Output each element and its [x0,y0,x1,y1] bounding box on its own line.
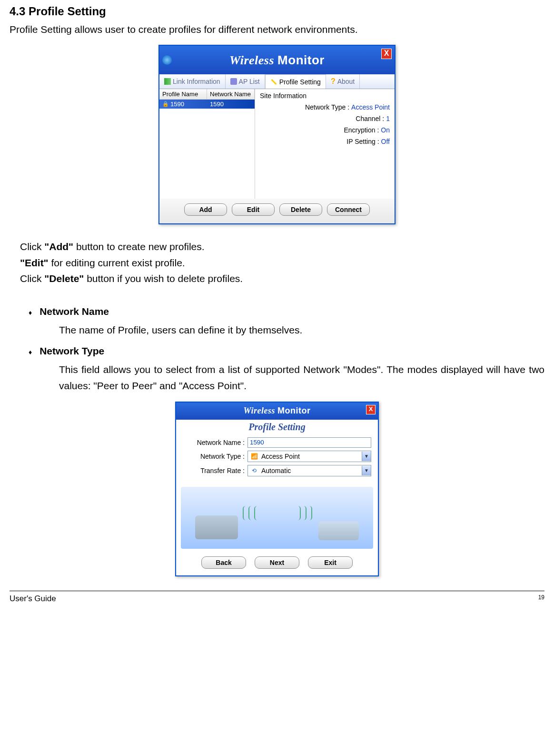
titlebar-text: Wireless Monitor [229,53,325,68]
bullet-title: Network Type [40,345,104,357]
tab-bar: Link Information AP List Profile Setting… [159,74,395,89]
label-network-name: Network Name : [183,439,247,446]
note-edit: "Edit" for editing current exist profile… [20,255,544,271]
tab-label: Link Information [173,78,220,85]
cell-network-name: 1590 [207,100,255,109]
bullet-title: Network Name [40,306,109,317]
transfer-rate-combo[interactable]: ⟲ Automatic ▼ [247,465,371,476]
dialog-subtitle: Profile Setting [176,420,378,434]
row-network-name: Network Name : [183,437,371,448]
label: Encryption : [344,126,379,134]
titlebar: Wireless Monitor X [159,46,395,74]
diamond-icon: ♦ [29,309,32,316]
cell-profile-name: 🔒1590 [159,100,207,109]
profile-setting-dialog: Wireless Monitor X Profile Setting Netwo… [175,402,379,576]
pencil-icon [271,79,277,84]
automatic-icon: ⟲ [250,466,258,475]
bullet-network-name-desc: The name of Profile, users can define it… [59,322,544,338]
titlebar-text: Wireless Monitor [244,406,311,416]
notes-block: Click "Add" button to create new profile… [20,239,544,287]
combo-value: Automatic [260,467,362,474]
next-button[interactable]: Next [255,556,299,569]
button-bar: Back Next Exit [176,552,378,575]
delete-button[interactable]: Delete [279,203,322,216]
value: 1 [386,115,390,122]
site-information-panel: Site Information Network Type :Access Po… [255,89,395,199]
back-button[interactable]: Back [201,556,246,569]
bullet-network-type-desc: This field allows you to select from a l… [59,362,544,393]
illustration [181,487,373,549]
tab-link-information[interactable]: Link Information [159,74,226,89]
page-footer: User's Guide 19 [10,591,544,604]
wireless-monitor-window: Wireless Monitor X Link Information AP L… [158,45,396,224]
lock-icon: 🔒 [162,101,169,107]
value: Access Point [351,103,390,111]
tab-label: AP List [239,78,260,85]
page-number: 19 [538,594,544,604]
close-icon[interactable]: X [381,49,392,59]
combo-value: Access Point [260,453,362,460]
column-headers: Profile Name Network Name [159,89,255,100]
titlebar-monitor: Monitor [277,53,325,67]
body-area: Profile Name Network Name 🔒1590 1590 Sit… [159,89,395,199]
value: Off [381,138,390,145]
label-network-type: Network Type : [183,453,247,460]
label: IP Setting : [346,138,379,145]
form-area: Network Name : Network Type : 📶 Access P… [176,434,378,484]
titlebar-wireless: Wireless [229,53,277,67]
titlebar-monitor: Monitor [277,406,310,415]
tab-label: About [337,78,355,85]
label-transfer-rate: Transfer Rate : [183,467,247,474]
titlebar-wireless: Wireless [244,406,277,415]
chart-icon [164,78,171,85]
button-bar: Add Edit Delete Connect [159,199,395,223]
profile-row[interactable]: 🔒1590 1590 [159,100,255,109]
network-type-combo[interactable]: 📶 Access Point ▼ [247,451,371,462]
tab-profile-setting[interactable]: Profile Setting [265,74,326,89]
label: Network Type : [305,103,349,111]
label: Channel : [356,115,384,122]
col-network-name: Network Name [207,89,255,99]
section-title: 4.3 Profile Setting [10,5,544,18]
network-name-input[interactable] [247,437,371,448]
device-right-icon [318,521,359,540]
bullet-network-type: ♦ Network Type [29,345,544,357]
info-network-type: Network Type :Access Point [260,103,390,111]
edit-button[interactable]: Edit [232,203,275,216]
profile-list-panel: Profile Name Network Name 🔒1590 1590 [159,89,255,199]
chevron-down-icon[interactable]: ▼ [362,466,371,475]
tab-ap-list[interactable]: AP List [226,74,265,89]
col-profile-name: Profile Name [159,89,207,99]
info-ip-setting: IP Setting :Off [260,138,390,145]
tab-label: Profile Setting [279,78,321,86]
bullet-network-name: ♦ Network Name [29,306,544,317]
monitor-icon [230,78,237,85]
device-left-icon [195,515,238,539]
chevron-down-icon[interactable]: ▼ [362,452,371,461]
row-network-type: Network Type : 📶 Access Point ▼ [183,451,371,462]
row-transfer-rate: Transfer Rate : ⟲ Automatic ▼ [183,465,371,476]
connect-button[interactable]: Connect [327,203,370,216]
add-button[interactable]: Add [184,203,227,216]
note-add: Click "Add" button to create new profile… [20,239,544,255]
diamond-icon: ♦ [29,348,32,356]
profile-name-value: 1590 [170,101,184,108]
site-info-title: Site Information [260,92,390,100]
value: On [381,126,390,134]
note-delete: Click "Delete" button if you wish to del… [20,271,544,287]
app-icon [162,55,172,65]
footer-title: User's Guide [10,594,56,604]
info-channel: Channel :1 [260,115,390,122]
question-icon: ? [331,77,336,86]
close-icon[interactable]: X [366,405,376,414]
info-encryption: Encryption :On [260,126,390,134]
titlebar: Wireless Monitor X [176,403,378,420]
intro-text: Profile Setting allows user to create pr… [10,24,544,35]
exit-button[interactable]: Exit [308,556,353,569]
signal-icon [243,506,314,520]
tab-about[interactable]: ?About [326,74,360,89]
access-point-icon: 📶 [250,452,258,461]
